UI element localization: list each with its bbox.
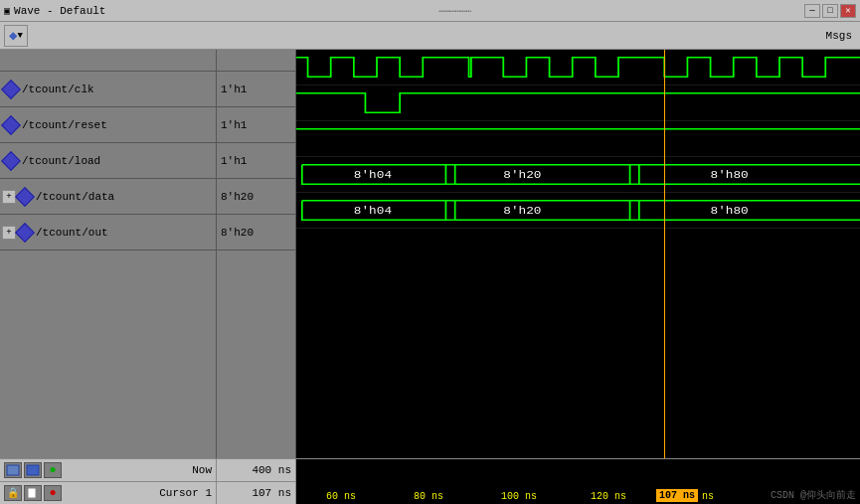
tick-100ns: 100 ns: [501, 491, 537, 502]
tick-80ns: 80 ns: [414, 491, 443, 502]
signal-row-out[interactable]: + /tcount/out: [0, 215, 216, 251]
minimize-button[interactable]: —: [804, 4, 820, 18]
value-header: [217, 50, 295, 72]
title-bar: ▣ Wave - Default ⋯⋯⋯⋯⋯⋯ — □ ✕: [0, 0, 860, 22]
tick-60ns: 60 ns: [326, 491, 356, 502]
cursor-line: [664, 50, 665, 458]
window-title: Wave - Default: [14, 5, 105, 17]
value-panel: 1'h1 1'h1 1'h1 8'h20 8'h20: [217, 50, 296, 458]
status-icon-2[interactable]: [24, 462, 42, 478]
signal-icon-reset: [1, 115, 21, 135]
value-load: 1'h1: [217, 143, 295, 179]
now-label: Now: [192, 464, 212, 476]
status-left: ● Now 🔒 ● Cursor 1: [0, 459, 217, 504]
signal-row-load[interactable]: /tcount/load: [0, 143, 216, 179]
maximize-button[interactable]: □: [822, 4, 838, 18]
wave-row-out: 8'h04 8'h20 8'h80: [296, 193, 860, 229]
signal-row-clk[interactable]: /tcount/clk: [0, 72, 216, 107]
cursor-time-label: 107 ns: [656, 489, 698, 502]
status-icon-1: [4, 462, 22, 478]
wave-row-load: [296, 121, 860, 157]
msgs-label: Msgs: [826, 30, 856, 42]
wave-row-reset: [296, 85, 860, 121]
time-axis-bar: 60 ns 80 ns 100 ns 120 ns 140 ns 107 ns …: [296, 459, 860, 504]
signal-icon-out: [15, 223, 35, 243]
svg-rect-6: [7, 465, 19, 475]
value-data: 8'h20: [217, 179, 295, 215]
signal-icon-data: [15, 187, 35, 207]
signal-name-load: /tcount/load: [22, 155, 212, 167]
status-icon-3[interactable]: ●: [44, 462, 62, 478]
signal-row-reset[interactable]: /tcount/reset: [0, 107, 216, 143]
svg-text:8'h80: 8'h80: [711, 169, 749, 182]
cursor-value: 107 ns: [217, 482, 295, 504]
value-out: 8'h20: [217, 215, 295, 251]
status-icons-row: ● Now: [0, 459, 216, 482]
wave-row-data: 8'h04 8'h20 8'h80: [296, 157, 860, 193]
wave-row-clk: [296, 50, 860, 85]
signal-name-clk: /tcount/clk: [22, 84, 212, 95]
svg-rect-8: [28, 488, 36, 498]
title-bar-controls[interactable]: — □ ✕: [804, 4, 856, 18]
toolbar-dropdown[interactable]: ◆ ▼: [4, 25, 28, 47]
tick-120ns: 120 ns: [591, 491, 626, 502]
signal-name-data: /tcount/data: [36, 191, 214, 203]
status-bar: ● Now 🔒 ● Cursor 1 400 ns 107 ns 60 ns 8…: [0, 458, 860, 504]
wave-panel[interactable]: 8'h04 8'h20 8'h80 8'h04 8'h20 8'h80: [296, 50, 860, 458]
watermark: CSDN @仰头向前走: [771, 488, 856, 502]
signal-panel: /tcount/clk /tcount/reset /tcount/load +…: [0, 50, 217, 458]
now-value: 400 ns: [217, 459, 295, 482]
close-button[interactable]: ✕: [840, 4, 856, 18]
signal-header: [0, 50, 216, 72]
value-clk: 1'h1: [217, 72, 295, 107]
signal-icon-load: [1, 151, 21, 171]
svg-text:8'h04: 8'h04: [354, 169, 392, 182]
toolbar: ◆ ▼ Msgs: [0, 22, 860, 50]
signal-icon-clk: [1, 80, 21, 99]
svg-text:8'h20: 8'h20: [503, 169, 541, 182]
status-red-icon[interactable]: ●: [44, 485, 62, 501]
signal-row-data[interactable]: + /tcount/data: [0, 179, 216, 215]
signal-name-out: /tcount/out: [36, 227, 214, 239]
status-bottom-row: 🔒 ● Cursor 1: [0, 482, 216, 504]
time-axis: 60 ns 80 ns 100 ns 120 ns 140 ns 107 ns …: [296, 459, 860, 504]
status-file-icon[interactable]: [24, 485, 42, 501]
main-content: /tcount/clk /tcount/reset /tcount/load +…: [0, 50, 860, 458]
svg-text:8'h04: 8'h04: [354, 205, 392, 218]
svg-rect-7: [27, 465, 39, 475]
signal-name-reset: /tcount/reset: [22, 119, 212, 131]
svg-text:8'h80: 8'h80: [711, 205, 749, 218]
value-reset: 1'h1: [217, 107, 295, 143]
status-mid: 400 ns 107 ns: [217, 459, 296, 504]
svg-text:8'h20: 8'h20: [503, 205, 541, 218]
cursor-label: Cursor 1: [159, 487, 212, 499]
status-lock-icon: 🔒: [4, 485, 22, 501]
